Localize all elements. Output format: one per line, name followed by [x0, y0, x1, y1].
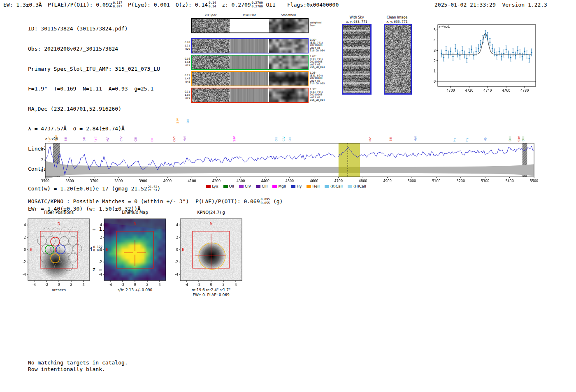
legend-label: OII	[229, 184, 234, 188]
spectral-line-label: Hγ	[465, 138, 469, 141]
cutout-row-canvas	[192, 39, 308, 53]
legend-swatch	[348, 185, 352, 188]
legend-item: CIV	[239, 184, 251, 188]
col-header-smoothed: Smoothed	[269, 14, 308, 17]
spectrum-legend: LyαOIICIVCIIIMgIIHγHeII(K)CaII(H)CaII	[32, 184, 540, 188]
legend-label: Hγ	[297, 184, 302, 188]
clean-image	[384, 24, 412, 95]
kpno-image-canvas	[169, 216, 247, 289]
legend-item: CIII	[256, 184, 267, 188]
legend-label: (H)CaII	[353, 184, 366, 188]
col-header-2dspec: 2D Spec	[192, 14, 230, 17]
qz-value: Q(z): 0.140.140.14	[176, 2, 216, 8]
spectral-line-label: OVI	[173, 137, 176, 141]
spectral-line-label: SiIV	[518, 136, 521, 141]
info-primary-spec: Primary Spec_Slot_IFU_AMP: 315_021_073_L…	[28, 66, 160, 72]
with-sky-title: With Sky	[340, 16, 373, 19]
legend-swatch	[206, 185, 211, 188]
full-spectrum-canvas	[32, 141, 540, 183]
legend-swatch	[307, 185, 311, 188]
qz-uncertainty: 0.140.14	[209, 1, 216, 8]
kpno-title: KPNO(24.7) g	[180, 210, 242, 215]
legend-item: Lyα	[206, 184, 218, 188]
cutout-row-left-label: 0.281.11029	[179, 41, 190, 51]
spectral-line-label: OII	[288, 137, 292, 141]
legend-swatch	[256, 185, 260, 188]
info-wavelength: λ = 4737.57Å σ = 2.84(±0.74)Å	[28, 125, 160, 132]
fiber-positions-canvas	[16, 216, 95, 289]
cutout-row-right-label: WeightedSum	[310, 21, 331, 27]
elixer-report-page: EW: 1.3±0.3ÅP(LAE)/P(OII): 0.0920.1170.0…	[0, 0, 576, 392]
spectral-line-label: Hβ	[484, 137, 487, 141]
mosaic-plae-uncertainty: 0.0950.055	[261, 198, 270, 204]
cutout-row-left-label: 0.121.43048	[179, 74, 190, 84]
header-timestamp: 2025-01-02 21:33:29 Version 1.22.3	[434, 2, 547, 8]
timestamp: 2025-01-02 21:33:29	[434, 2, 496, 8]
z-value: z: 0.27090.27090.2709 OII	[222, 2, 276, 8]
spectral-line-label: HeII	[414, 136, 417, 141]
legend-label: (K)CaII	[330, 184, 343, 188]
legend-swatch	[325, 185, 329, 188]
cutout-row-canvas	[192, 88, 308, 102]
fiber-positions-title: Fiber Positions	[28, 210, 90, 215]
legend-swatch	[272, 185, 277, 188]
clean-image-subtitle: x, y: 633, 771	[381, 20, 413, 23]
cutout-row-right-label: 1.26"(631, 594)20210208v027_07315_LU_065	[310, 72, 331, 85]
spectral-line-label: HeII	[183, 136, 186, 141]
cutout-row-right-label: 1.03"(633, 771)20210208v027_03315_LU_064	[310, 55, 331, 69]
cutout-row-canvas	[192, 19, 308, 32]
spectral-line-label: NV	[369, 137, 372, 141]
info-seeing: F=1.9" T=0.169 N=1.11 A=0.93 g=25.1	[28, 86, 160, 92]
spectral-line-label: OIII	[509, 137, 512, 141]
legend-label: HeII	[312, 184, 320, 188]
mosaic-match-line: MOSAIC/KPNO : Possible Matches = 0 (with…	[28, 198, 283, 205]
legend-item: OII	[223, 184, 234, 188]
flags-value: Flags:0x00400000	[287, 2, 339, 8]
footer-line-2: Row intentionally blank.	[28, 366, 105, 372]
z-classification: OII	[266, 2, 276, 8]
spectral-line-label: OII	[186, 119, 190, 123]
plae-poii-label: P(LAE)/P(OII): 0.092	[48, 2, 112, 8]
with-sky-image	[342, 24, 372, 95]
cutout-row-right-label: 0.39"(633, 771)20210208v027_01315_LU_064	[310, 39, 331, 52]
with-sky-subtitle: x, y: 633, 771	[340, 20, 373, 23]
legend-swatch	[239, 185, 244, 188]
ew-value: EW: 1.3±0.3Å	[3, 2, 42, 8]
info-obs: Obs: 20210208v027_3011573824	[28, 46, 160, 52]
header-line: EW: 1.3±0.3ÅP(LAE)/P(OII): 0.0920.1170.0…	[3, 2, 344, 9]
legend-item: Hγ	[291, 184, 302, 188]
cutout-row-canvas	[192, 56, 308, 69]
clean-image-title: Clean Image	[381, 16, 413, 19]
spectrum-ylabel: e⁻¹⁷x2Å	[45, 137, 58, 141]
lineflux-map-title: Lineflux Map	[104, 210, 166, 215]
zoom-spectrum-canvas	[428, 21, 538, 99]
cutout-row-canvas	[192, 72, 308, 86]
lineflux-map-canvas	[93, 216, 171, 289]
plae-poii-value: P(LAE)/P(OII): 0.0920.1170.077	[48, 2, 122, 8]
footer-line-1: No matching targets in catalog.	[28, 360, 128, 366]
cutout-row-left-label: 0.111.92029	[179, 90, 190, 100]
legend-item: MgII	[272, 184, 286, 188]
legend-swatch	[223, 185, 228, 188]
legend-item: (K)CaII	[325, 184, 343, 188]
info-id: ID: 3011573824 (3011573824.pdf)	[28, 26, 160, 32]
plae-poii-uncertainty: 0.1170.077	[113, 1, 122, 8]
col-header-pixelflat: Pixel Flat	[230, 14, 268, 17]
z-uncertainty: 0.27090.2709	[252, 1, 263, 8]
spectral-line-label: SiIV	[233, 136, 236, 141]
cutout-row-left-label: 0.161.44029	[179, 57, 190, 67]
spectral-line-label: SiIV	[176, 118, 179, 123]
spectral-line-label: OII	[275, 137, 278, 141]
plya-value: P(Lyα): 0.001	[128, 2, 170, 8]
legend-item: (H)CaII	[348, 184, 366, 188]
spectral-line-label: OIII	[522, 137, 525, 141]
legend-label: CIII	[262, 184, 267, 188]
legend-swatch	[291, 185, 295, 188]
legend-label: Lyα	[212, 184, 218, 188]
kpno-xlabel-line2: EWr: 0. PLAE: 0.069	[176, 293, 246, 297]
cutout-row-right-label: 1.35"(633, 771)20210208v027_02315_LU_064	[310, 88, 331, 102]
info-radec: RA,Dec (232.140701,52.916260)	[28, 106, 160, 112]
spectral-line-label: SiII	[389, 137, 393, 141]
legend-label: MgII	[278, 184, 286, 188]
legend-item: HeII	[307, 184, 320, 188]
